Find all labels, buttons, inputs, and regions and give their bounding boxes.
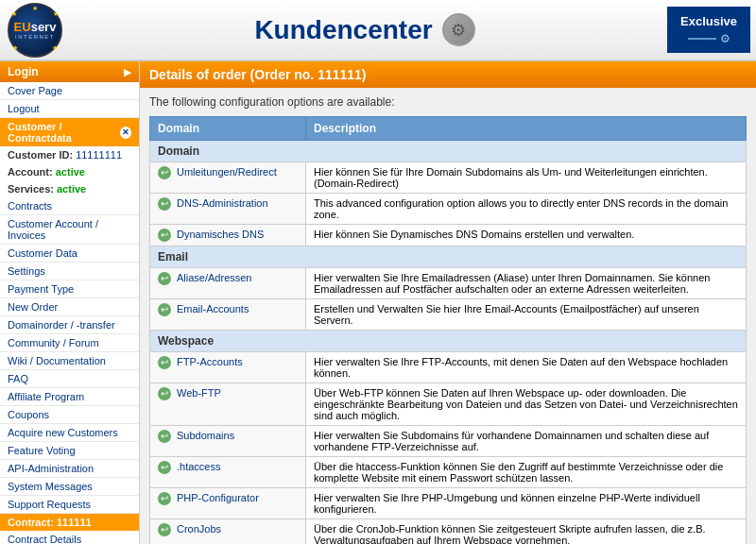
link-cell: ↩ FTP-Accounts [150, 352, 306, 383]
table-row: ↩ CronJobs Über die CronJob-Funktion kön… [150, 519, 747, 545]
exclusive-area: Exclusive ⚙ [667, 7, 750, 53]
sidebar-item-support[interactable]: Support Requests [0, 496, 139, 514]
table-row: ↩ PHP-Configurator Hier verwalten Sie Ih… [150, 488, 747, 519]
sidebar-item-affiliate[interactable]: Affiliate Program [0, 388, 139, 406]
customer-id-row: Customer ID: 11111111 [0, 146, 139, 163]
description-cell: Hier verwalten Sie Ihre PHP-Umgebung und… [306, 488, 747, 519]
sidebar-item-api[interactable]: API-Administration [0, 460, 139, 478]
feature-link[interactable]: Web-FTP [177, 387, 221, 399]
login-button[interactable]: Login ▶ [0, 61, 139, 82]
link-cell: ↩ CronJobs [150, 519, 306, 545]
description-cell: Hier können Sie Dynamisches DNS Domains … [306, 225, 747, 246]
content-header: Details of order (Order no. 111111) [140, 61, 756, 88]
table-row: ↩ Subdomains Hier verwalten Sie Subdomai… [150, 426, 747, 457]
table-row: ↩ .htaccess Über die htaccess-Funktion k… [150, 457, 747, 488]
sidebar-item-feature-voting[interactable]: Feature Voting [0, 442, 139, 460]
feature-link[interactable]: .htaccess [177, 461, 220, 472]
content-body: The following configuration options are … [140, 88, 756, 544]
content-area: Details of order (Order no. 111111) The … [140, 61, 756, 544]
col-header-description: Description [306, 117, 747, 141]
link-cell: ↩ .htaccess [150, 457, 306, 488]
section-label: Webspace [150, 331, 747, 352]
description-cell: Über die CronJob-Funktion können Sie zei… [306, 519, 747, 545]
description-cell: Hier verwalten Sie Ihre Emailadressen (A… [306, 268, 747, 299]
section-label: Email [150, 246, 747, 268]
description-cell: Hier verwalten Sie Subdomains für vorhan… [306, 426, 747, 457]
sidebar-item-customer-data[interactable]: Customer Data [0, 245, 139, 263]
feature-link[interactable]: FTP-Accounts [177, 356, 243, 367]
col-header-domain: Domain [150, 117, 306, 141]
table-row: ↩ FTP-Accounts Hier verwalten Sie Ihre F… [150, 352, 747, 383]
services-status-row: Services: active [0, 180, 139, 197]
exclusive-label: Exclusive [680, 14, 737, 28]
main-layout: Login ▶ Cover Page Logout Customer / Con… [0, 61, 756, 544]
feature-link[interactable]: DNS-Administration [177, 197, 268, 209]
sidebar-item-system-messages[interactable]: System Messages [0, 478, 139, 496]
sidebar-item-acquire[interactable]: Acquire new Customers [0, 424, 139, 442]
table-row: ↩ Web-FTP Über Web-FTP können Sie Daten … [150, 383, 747, 426]
sidebar-item-community[interactable]: Community / Forum [0, 334, 139, 352]
sidebar-section-contract[interactable]: Contract: 111111 [0, 514, 139, 531]
description-cell: Erstellen und Verwalten Sie hier Ihre Em… [306, 299, 747, 331]
gear-icon: ⚙ [442, 13, 475, 46]
logo-area: ★ ★ ★ ★ ★ EUserv INTERNET [0, 3, 62, 58]
feature-link[interactable]: CronJobs [177, 523, 221, 535]
sidebar-item-contracts[interactable]: Contracts [0, 197, 139, 215]
feature-link[interactable]: Dynamisches DNS [177, 229, 264, 240]
account-status-row: Account: active [0, 163, 139, 180]
green-arrow-icon: ↩ [158, 492, 171, 505]
header-title: Kundencenter ⚙ [254, 13, 474, 46]
section-header-row: Email [150, 246, 747, 268]
green-arrow-icon: ↩ [158, 229, 171, 242]
link-cell: ↩ PHP-Configurator [150, 488, 306, 519]
section-header-row: Webspace [150, 331, 747, 352]
description-cell: Hier verwalten Sie Ihre FTP-Accounts, mi… [306, 352, 747, 383]
feature-link[interactable]: PHP-Configurator [177, 492, 259, 503]
section-label: Domain [150, 141, 747, 162]
sidebar-item-settings[interactable]: Settings [0, 263, 139, 280]
table-row: ↩ DNS-Administration This advanced confi… [150, 194, 747, 225]
link-cell: ↩ Subdomains [150, 426, 306, 457]
green-arrow-icon: ↩ [158, 356, 171, 369]
page-header: ★ ★ ★ ★ ★ EUserv INTERNET Kundencenter ⚙… [0, 0, 756, 61]
sidebar-item-faq[interactable]: FAQ [0, 370, 139, 388]
green-arrow-icon: ↩ [158, 461, 171, 474]
link-cell: ↩ Email-Accounts [150, 299, 306, 331]
content-intro: The following configuration options are … [149, 95, 747, 109]
sidebar-section-customer[interactable]: Customer / Contractdata ✕ [0, 118, 139, 146]
feature-link[interactable]: Subdomains [177, 430, 234, 441]
table-row: ↩ Dynamisches DNS Hier können Sie Dynami… [150, 225, 747, 246]
link-cell: ↩ Dynamisches DNS [150, 225, 306, 246]
page-title: Kundencenter [254, 15, 432, 45]
login-arrow-icon: ▶ [124, 67, 131, 77]
table-row: ↩ Aliase/Adressen Hier verwalten Sie Ihr… [150, 268, 747, 299]
sidebar-item-wiki[interactable]: Wiki / Documentation [0, 352, 139, 370]
feature-link[interactable]: Aliase/Adressen [177, 272, 252, 283]
sidebar-item-new-order[interactable]: New Order [0, 298, 139, 316]
sidebar-item-invoices[interactable]: Customer Account / Invoices [0, 215, 139, 245]
feature-link[interactable]: Email-Accounts [177, 303, 249, 314]
sidebar-item-cover[interactable]: Cover Page [0, 82, 139, 100]
feature-link[interactable]: Umleitungen/Redirect [177, 166, 277, 178]
link-cell: ↩ DNS-Administration [150, 194, 306, 225]
description-cell: This advanced configuration option allow… [306, 194, 747, 225]
table-row: ↩ Email-Accounts Erstellen und Verwalten… [150, 299, 747, 331]
green-arrow-icon: ↩ [158, 523, 171, 536]
link-cell: ↩ Aliase/Adressen [150, 268, 306, 299]
link-cell: ↩ Web-FTP [150, 383, 306, 426]
section-header-row: Domain [150, 141, 747, 162]
sidebar-item-domainorder[interactable]: Domainorder / -transfer [0, 316, 139, 334]
description-cell: Hier können Sie für Ihre Domain Subdomai… [306, 162, 747, 194]
description-cell: Über Web-FTP können Sie Daten auf Ihren … [306, 383, 747, 426]
green-arrow-icon: ↩ [158, 272, 171, 285]
config-table: Domain Description Domain ↩ Umleitungen/… [149, 116, 747, 544]
sidebar: Login ▶ Cover Page Logout Customer / Con… [0, 61, 140, 544]
sidebar-item-payment[interactable]: Payment Type [0, 280, 139, 298]
green-arrow-icon: ↩ [158, 197, 171, 211]
sidebar-item-logout[interactable]: Logout [0, 100, 139, 118]
sidebar-item-coupons[interactable]: Coupons [0, 406, 139, 424]
green-arrow-icon: ↩ [158, 430, 171, 443]
sidebar-item-contract-details[interactable]: Contract Details [0, 531, 139, 544]
description-cell: Über die htaccess-Funktion können Sie de… [306, 457, 747, 488]
gear-small-icon: ⚙ [720, 32, 730, 45]
